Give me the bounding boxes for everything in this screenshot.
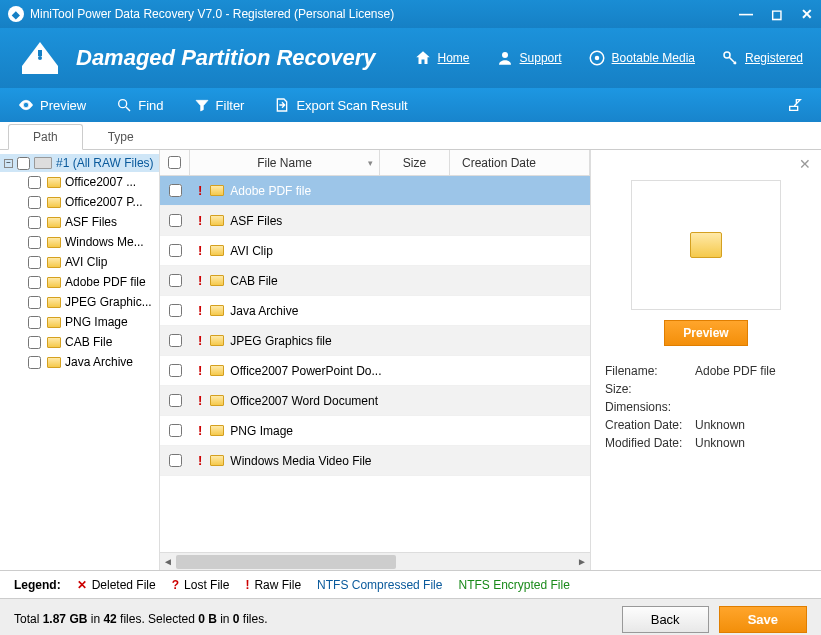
- tree-item-checkbox[interactable]: [28, 196, 41, 209]
- scroll-right-arrow[interactable]: ►: [574, 554, 590, 570]
- save-button[interactable]: Save: [719, 606, 807, 633]
- folder-icon: [210, 365, 224, 376]
- tree-item-checkbox[interactable]: [28, 256, 41, 269]
- main: − #1 (All RAW Files) Office2007 ...Offic…: [0, 150, 821, 570]
- find-tool[interactable]: Find: [116, 97, 163, 113]
- row-checkbox[interactable]: [169, 184, 182, 197]
- scroll-thumb[interactable]: [176, 555, 396, 569]
- tree-item[interactable]: Office2007 P...: [0, 192, 159, 212]
- folder-icon: [47, 197, 61, 208]
- preview-tool[interactable]: Preview: [18, 97, 86, 113]
- tree-item[interactable]: Windows Me...: [0, 232, 159, 252]
- file-row[interactable]: !Windows Media Video File: [160, 446, 590, 476]
- tree-item-checkbox[interactable]: [28, 216, 41, 229]
- raw-mark-icon: !: [198, 303, 202, 318]
- tree-item-checkbox[interactable]: [28, 236, 41, 249]
- close-button[interactable]: ✕: [801, 6, 813, 22]
- export-tool[interactable]: Export Scan Result: [274, 97, 407, 113]
- tree-item-checkbox[interactable]: [28, 316, 41, 329]
- nav-bootable[interactable]: Bootable Media: [588, 49, 695, 67]
- tree-item[interactable]: ASF Files: [0, 212, 159, 232]
- file-row[interactable]: !CAB File: [160, 266, 590, 296]
- tree-item[interactable]: AVI Clip: [0, 252, 159, 272]
- row-checkbox[interactable]: [169, 424, 182, 437]
- tree-item-checkbox[interactable]: [28, 176, 41, 189]
- file-row[interactable]: !Java Archive: [160, 296, 590, 326]
- file-name: CAB File: [230, 274, 277, 288]
- nav-support[interactable]: Support: [496, 49, 562, 67]
- legend-deleted: ✕Deleted File: [77, 578, 156, 592]
- tree-item[interactable]: CAB File: [0, 332, 159, 352]
- row-checkbox[interactable]: [169, 274, 182, 287]
- tabs: Path Type: [0, 122, 821, 150]
- row-checkbox[interactable]: [169, 364, 182, 377]
- disc-icon: [588, 49, 606, 67]
- select-all-checkbox[interactable]: [168, 156, 181, 169]
- file-row[interactable]: !JPEG Graphics file: [160, 326, 590, 356]
- tree-item[interactable]: Java Archive: [0, 352, 159, 372]
- legend-ntfs-compressed: NTFS Compressed File: [317, 578, 442, 592]
- meta-creation-value: Unknown: [695, 418, 745, 432]
- tree-item-checkbox[interactable]: [28, 356, 41, 369]
- tab-path[interactable]: Path: [8, 124, 83, 150]
- tree-item-checkbox[interactable]: [28, 336, 41, 349]
- folder-icon: [47, 297, 61, 308]
- file-name: ASF Files: [230, 214, 282, 228]
- file-row[interactable]: !Office2007 Word Document: [160, 386, 590, 416]
- row-checkbox[interactable]: [169, 304, 182, 317]
- row-checkbox[interactable]: [169, 334, 182, 347]
- search-icon: [116, 97, 132, 113]
- tree-item[interactable]: Office2007 ...: [0, 172, 159, 192]
- column-filename[interactable]: File Name▾: [190, 150, 380, 175]
- tree-root-checkbox[interactable]: [17, 157, 30, 170]
- collapse-icon[interactable]: −: [4, 159, 13, 168]
- folder-icon: [210, 245, 224, 256]
- horizontal-scrollbar[interactable]: ◄ ►: [160, 552, 590, 570]
- row-checkbox[interactable]: [169, 244, 182, 257]
- nav-home[interactable]: Home: [414, 49, 470, 67]
- support-icon: [496, 49, 514, 67]
- tree-item-label: Office2007 P...: [65, 195, 143, 209]
- file-row[interactable]: !ASF Files: [160, 206, 590, 236]
- tree-item-label: AVI Clip: [65, 255, 107, 269]
- preview-button[interactable]: Preview: [664, 320, 747, 346]
- tree-root[interactable]: − #1 (All RAW Files): [0, 154, 159, 172]
- minimize-button[interactable]: ―: [739, 6, 753, 22]
- meta-filename-value: Adobe PDF file: [695, 364, 776, 378]
- header-checkbox-cell: [160, 150, 190, 175]
- tree-item-label: Office2007 ...: [65, 175, 136, 189]
- home-icon: [414, 49, 432, 67]
- file-row[interactable]: !AVI Clip: [160, 236, 590, 266]
- filter-tool[interactable]: Filter: [194, 97, 245, 113]
- column-size[interactable]: Size: [380, 150, 450, 175]
- back-button[interactable]: Back: [622, 606, 709, 633]
- tree-item-checkbox[interactable]: [28, 276, 41, 289]
- tree-item-label: PNG Image: [65, 315, 128, 329]
- folder-icon: [47, 257, 61, 268]
- share-tool[interactable]: [787, 97, 803, 113]
- page-title: Damaged Partition Recovery: [76, 45, 376, 71]
- nav-registered[interactable]: Registered: [721, 49, 803, 67]
- column-creation-date[interactable]: Creation Date: [450, 150, 590, 175]
- tab-type[interactable]: Type: [83, 124, 159, 150]
- tree-item[interactable]: JPEG Graphic...: [0, 292, 159, 312]
- tree-item[interactable]: PNG Image: [0, 312, 159, 332]
- svg-point-6: [119, 100, 127, 108]
- close-preview-button[interactable]: ✕: [799, 156, 811, 172]
- tree-item-checkbox[interactable]: [28, 296, 41, 309]
- meta-size-label: Size:: [605, 382, 695, 396]
- row-checkbox[interactable]: [169, 454, 182, 467]
- file-row[interactable]: !Office2007 PowerPoint Do...: [160, 356, 590, 386]
- tree-item-label: Adobe PDF file: [65, 275, 146, 289]
- folder-icon: [210, 305, 224, 316]
- svg-point-4: [594, 56, 599, 61]
- row-checkbox[interactable]: [169, 214, 182, 227]
- file-name: Windows Media Video File: [230, 454, 371, 468]
- maximize-button[interactable]: ◻: [771, 6, 783, 22]
- file-row[interactable]: !PNG Image: [160, 416, 590, 446]
- eye-icon: [18, 97, 34, 113]
- row-checkbox[interactable]: [169, 394, 182, 407]
- tree-item[interactable]: Adobe PDF file: [0, 272, 159, 292]
- scroll-left-arrow[interactable]: ◄: [160, 554, 176, 570]
- file-row[interactable]: !Adobe PDF file: [160, 176, 590, 206]
